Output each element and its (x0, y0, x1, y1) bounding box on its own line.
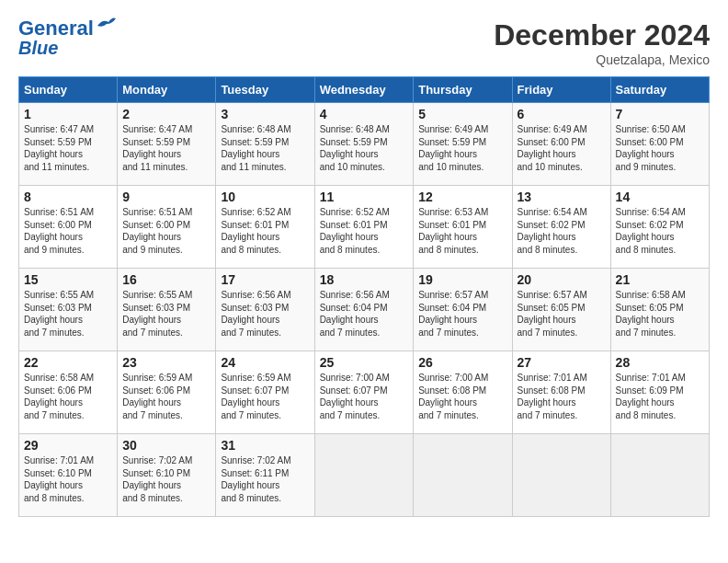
day-cell: 16 Sunrise: 6:55 AMSunset: 6:03 PMDaylig… (118, 269, 216, 351)
day-number: 31 (221, 438, 309, 453)
day-info: Sunrise: 6:55 AMSunset: 6:03 PMDaylight … (24, 290, 94, 338)
day-cell: 7 Sunrise: 6:50 AMSunset: 6:00 PMDayligh… (610, 103, 709, 186)
day-cell: 6 Sunrise: 6:49 AMSunset: 6:00 PMDayligh… (512, 103, 610, 186)
day-info: Sunrise: 6:59 AMSunset: 6:06 PMDaylight … (122, 373, 192, 420)
day-info: Sunrise: 7:01 AMSunset: 6:09 PMDaylight … (616, 373, 686, 420)
weekday-header-saturday: Saturday (610, 77, 709, 103)
day-info: Sunrise: 6:56 AMSunset: 6:04 PMDaylight … (320, 290, 390, 338)
day-info: Sunrise: 6:59 AMSunset: 6:07 PMDaylight … (221, 373, 290, 420)
weekday-header-row: SundayMondayTuesdayWednesdayThursdayFrid… (19, 77, 710, 103)
day-cell: 5 Sunrise: 6:49 AMSunset: 5:59 PMDayligh… (414, 103, 512, 186)
day-number: 3 (221, 107, 309, 121)
day-cell (414, 434, 512, 517)
day-cell: 14 Sunrise: 6:54 AMSunset: 6:02 PMDaylig… (610, 186, 709, 269)
day-number: 20 (518, 272, 606, 287)
weekday-header-tuesday: Tuesday (216, 77, 314, 103)
day-cell: 27 Sunrise: 7:01 AMSunset: 6:08 PMDaylig… (512, 351, 610, 434)
day-number: 19 (418, 272, 506, 287)
day-info: Sunrise: 6:57 AMSunset: 6:04 PMDaylight … (418, 290, 488, 338)
day-info: Sunrise: 6:58 AMSunset: 6:06 PMDaylight … (24, 373, 94, 420)
day-cell: 1 Sunrise: 6:47 AMSunset: 5:59 PMDayligh… (19, 103, 118, 186)
day-number: 23 (122, 355, 210, 370)
day-number: 25 (320, 355, 409, 370)
day-number: 28 (616, 355, 704, 370)
page-header: General Blue December 2024 Quetzalapa, M… (18, 18, 710, 67)
day-number: 24 (221, 355, 309, 370)
day-info: Sunrise: 7:00 AMSunset: 6:07 PMDaylight … (320, 373, 390, 420)
day-cell: 25 Sunrise: 7:00 AMSunset: 6:07 PMDaylig… (314, 351, 414, 434)
day-cell (512, 434, 610, 517)
weekday-header-monday: Monday (118, 77, 216, 103)
day-number: 16 (122, 272, 210, 287)
day-cell (314, 434, 414, 517)
weekday-header-friday: Friday (512, 77, 610, 103)
day-info: Sunrise: 6:53 AMSunset: 6:01 PMDaylight … (418, 207, 488, 255)
day-cell (610, 434, 709, 517)
logo-text: General (18, 18, 94, 39)
day-cell: 15 Sunrise: 6:55 AMSunset: 6:03 PMDaylig… (19, 269, 118, 351)
day-info: Sunrise: 6:49 AMSunset: 6:00 PMDaylight … (518, 124, 587, 172)
day-cell: 12 Sunrise: 6:53 AMSunset: 6:01 PMDaylig… (414, 186, 512, 269)
day-info: Sunrise: 6:48 AMSunset: 5:59 PMDaylight … (320, 124, 390, 172)
day-cell: 3 Sunrise: 6:48 AMSunset: 5:59 PMDayligh… (216, 103, 314, 186)
day-cell: 21 Sunrise: 6:58 AMSunset: 6:05 PMDaylig… (610, 269, 709, 351)
day-info: Sunrise: 6:54 AMSunset: 6:02 PMDaylight … (616, 207, 686, 255)
day-number: 1 (24, 107, 112, 121)
calendar-table: SundayMondayTuesdayWednesdayThursdayFrid… (18, 76, 710, 517)
day-number: 29 (24, 438, 112, 453)
location: Quetzalapa, Mexico (494, 52, 710, 67)
day-number: 13 (518, 190, 606, 204)
day-number: 11 (320, 190, 409, 204)
day-number: 6 (518, 107, 606, 121)
day-info: Sunrise: 6:56 AMSunset: 6:03 PMDaylight … (221, 290, 290, 338)
day-number: 22 (24, 355, 112, 370)
day-info: Sunrise: 6:58 AMSunset: 6:05 PMDaylight … (616, 290, 686, 338)
day-number: 21 (616, 272, 704, 287)
day-number: 12 (418, 190, 506, 204)
day-cell: 19 Sunrise: 6:57 AMSunset: 6:04 PMDaylig… (414, 269, 512, 351)
day-info: Sunrise: 7:02 AMSunset: 6:10 PMDaylight … (122, 455, 192, 503)
day-number: 8 (24, 190, 112, 204)
day-cell: 9 Sunrise: 6:51 AMSunset: 6:00 PMDayligh… (118, 186, 216, 269)
day-info: Sunrise: 7:02 AMSunset: 6:11 PMDaylight … (221, 455, 290, 503)
day-number: 18 (320, 272, 409, 287)
month-title: December 2024 (494, 18, 710, 52)
day-cell: 22 Sunrise: 6:58 AMSunset: 6:06 PMDaylig… (19, 351, 118, 434)
day-info: Sunrise: 6:52 AMSunset: 6:01 PMDaylight … (320, 207, 390, 255)
day-cell: 10 Sunrise: 6:52 AMSunset: 6:01 PMDaylig… (216, 186, 314, 269)
day-number: 27 (518, 355, 606, 370)
day-cell: 8 Sunrise: 6:51 AMSunset: 6:00 PMDayligh… (19, 186, 118, 269)
day-number: 15 (24, 272, 112, 287)
weekday-header-sunday: Sunday (19, 77, 118, 103)
day-number: 26 (418, 355, 506, 370)
day-cell: 13 Sunrise: 6:54 AMSunset: 6:02 PMDaylig… (512, 186, 610, 269)
day-info: Sunrise: 7:01 AMSunset: 6:10 PMDaylight … (24, 455, 94, 503)
day-number: 14 (616, 190, 704, 204)
title-area: December 2024 Quetzalapa, Mexico (494, 18, 710, 67)
day-info: Sunrise: 6:49 AMSunset: 5:59 PMDaylight … (418, 124, 488, 172)
day-number: 7 (616, 107, 704, 121)
day-number: 5 (418, 107, 506, 121)
day-cell: 2 Sunrise: 6:47 AMSunset: 5:59 PMDayligh… (118, 103, 216, 186)
day-info: Sunrise: 6:52 AMSunset: 6:01 PMDaylight … (221, 207, 290, 255)
day-number: 10 (221, 190, 309, 204)
day-info: Sunrise: 6:54 AMSunset: 6:02 PMDaylight … (518, 207, 587, 255)
weekday-header-thursday: Thursday (414, 77, 512, 103)
week-row-5: 29 Sunrise: 7:01 AMSunset: 6:10 PMDaylig… (19, 434, 710, 517)
day-number: 2 (122, 107, 210, 121)
day-number: 4 (320, 107, 409, 121)
day-number: 30 (122, 438, 210, 453)
day-number: 9 (122, 190, 210, 204)
day-cell: 24 Sunrise: 6:59 AMSunset: 6:07 PMDaylig… (216, 351, 314, 434)
week-row-3: 15 Sunrise: 6:55 AMSunset: 6:03 PMDaylig… (19, 269, 710, 351)
day-info: Sunrise: 6:51 AMSunset: 6:00 PMDaylight … (24, 207, 94, 255)
week-row-1: 1 Sunrise: 6:47 AMSunset: 5:59 PMDayligh… (19, 103, 710, 186)
week-row-2: 8 Sunrise: 6:51 AMSunset: 6:00 PMDayligh… (19, 186, 710, 269)
day-cell: 26 Sunrise: 7:00 AMSunset: 6:08 PMDaylig… (414, 351, 512, 434)
bird-icon (96, 17, 116, 33)
day-cell: 29 Sunrise: 7:01 AMSunset: 6:10 PMDaylig… (19, 434, 118, 517)
day-cell: 4 Sunrise: 6:48 AMSunset: 5:59 PMDayligh… (314, 103, 414, 186)
day-info: Sunrise: 7:01 AMSunset: 6:08 PMDaylight … (518, 373, 587, 420)
day-info: Sunrise: 6:50 AMSunset: 6:00 PMDaylight … (616, 124, 686, 172)
day-info: Sunrise: 6:55 AMSunset: 6:03 PMDaylight … (122, 290, 192, 338)
